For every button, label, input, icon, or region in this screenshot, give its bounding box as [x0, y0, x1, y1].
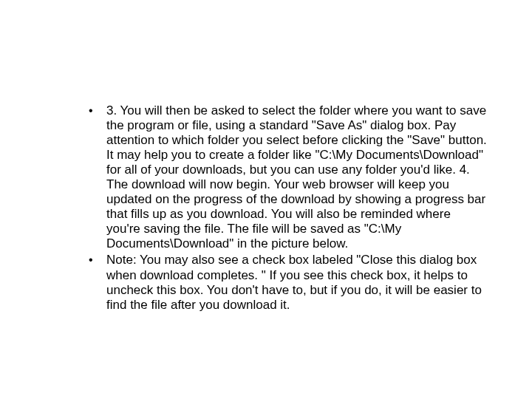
list-item: 3. You will then be asked to select the … [89, 103, 488, 251]
list-item-text: Note: You may also see a check box label… [106, 253, 482, 311]
list-item: Note: You may also see a check box label… [89, 253, 488, 312]
bullet-list: 3. You will then be asked to select the … [44, 103, 488, 313]
list-item-text: 3. You will then be asked to select the … [106, 103, 487, 250]
document-page: 3. You will then be asked to select the … [0, 0, 532, 399]
